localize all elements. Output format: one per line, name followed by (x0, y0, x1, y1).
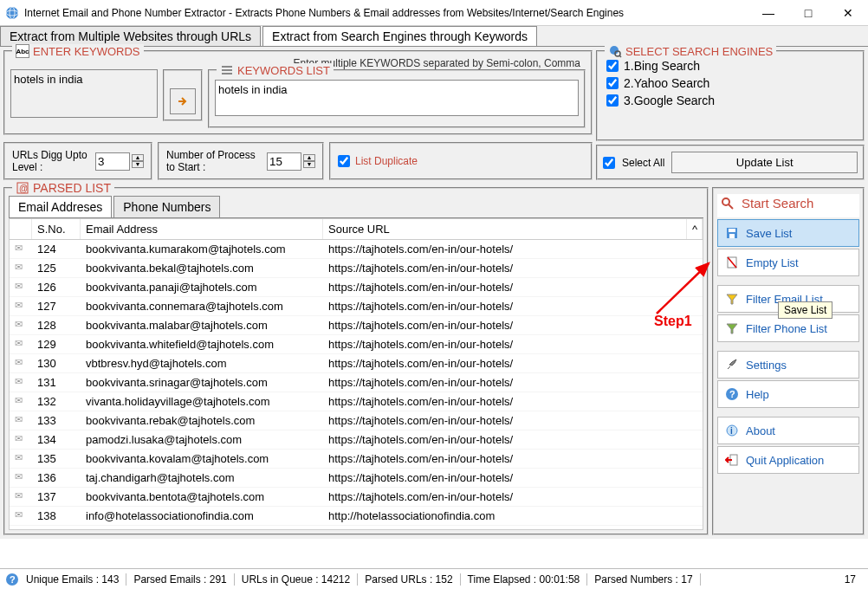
col-sno[interactable]: S.No. (32, 219, 81, 239)
engine-bing-checkbox[interactable] (606, 60, 619, 72)
cell-email: bookvivanta.bentota@tajhotels.com (81, 488, 323, 506)
table-row[interactable]: ✉124bookvivanta.kumarakom@tajhotels.comh… (10, 240, 703, 259)
svg-line-23 (657, 263, 709, 314)
scroll-up[interactable]: ^ (687, 219, 703, 239)
keywords-fieldset: Abc ENTER KEYWORDS Enter multiple KEYWOR… (3, 50, 593, 135)
cell-sno: 129 (32, 335, 81, 353)
mail-icon: ✉ (10, 450, 32, 468)
list-duplicate-checkbox[interactable] (338, 155, 350, 167)
col-source[interactable]: Source URL (323, 219, 687, 239)
digg-up[interactable]: ▲ (132, 154, 144, 161)
update-list-button[interactable]: Update List (671, 152, 858, 173)
svg-point-0 (6, 7, 18, 19)
table-row[interactable]: ✉137bookvivanta.bentota@tajhotels.comhtt… (10, 488, 703, 507)
process-count-field: Number of Process to Start : ▲▼ (158, 142, 324, 180)
cell-email: bookvivanta.kumarakom@tajhotels.com (81, 240, 323, 258)
mail-icon: ✉ (10, 469, 32, 487)
actions-panel: Start Search Save List Empty List Filter… (712, 187, 865, 535)
svg-line-12 (729, 204, 733, 209)
table-row[interactable]: ✉133bookvivanta.rebak@tajhotels.comhttps… (10, 411, 703, 430)
table-row[interactable]: ✉136taj.chandigarh@tajhotels.comhttps://… (10, 469, 703, 488)
tab-urls[interactable]: Extract from Multiple Websites through U… (0, 26, 261, 46)
status-parsed-urls: Parsed URLs : 152 (358, 573, 460, 586)
table-row[interactable]: ✉125bookvivanta.bekal@tajhotels.comhttps… (10, 259, 703, 278)
digg-level-input[interactable] (95, 152, 130, 171)
cell-sno: 125 (32, 259, 81, 277)
cell-email: bookvivanta.rebak@tajhotels.com (81, 411, 323, 430)
status-right: 17 (838, 573, 863, 586)
cell-email: bookvivanta.srinagar@tajhotels.com (81, 373, 323, 392)
tab-keywords[interactable]: Extract from Search Engines through Keyw… (262, 26, 537, 46)
keywords-list[interactable]: hotels in india (215, 80, 579, 116)
table-row[interactable]: ✉128bookvivanta.malabar@tajhotels.comhtt… (10, 316, 703, 335)
table-row[interactable]: ✉130vbtbresv.hyd@tajhotels.comhttps://ta… (10, 354, 703, 373)
tab-phone-numbers[interactable]: Phone Numbers (113, 196, 220, 217)
quit-button[interactable]: Quit Application (717, 446, 859, 474)
status-parsed-numbers: Parsed Numbers : 17 (587, 573, 700, 586)
cell-sno: 128 (32, 316, 81, 334)
mail-icon: ✉ (10, 297, 32, 315)
col-email[interactable]: Email Address (81, 219, 323, 239)
save-list-button[interactable]: Save List (717, 219, 859, 247)
list-icon (220, 63, 234, 77)
table-row[interactable]: ✉126bookvivanta.panaji@tajhotels.comhttp… (10, 278, 703, 297)
process-count-input[interactable] (267, 152, 301, 171)
cell-sno: 132 (32, 392, 81, 411)
settings-button[interactable]: Settings (717, 351, 859, 379)
filter-email-icon (725, 292, 739, 306)
table-row[interactable]: ✉135bookvivanta.kovalam@tajhotels.comhtt… (10, 450, 703, 469)
cell-email: pamodzi.lusaka@tajhotels.com (81, 430, 323, 449)
cell-sno: 135 (32, 450, 81, 468)
table-row[interactable]: ✉129bookvivanta.whitefield@tajhotels.com… (10, 335, 703, 354)
svg-text:?: ? (10, 574, 16, 585)
svg-rect-4 (222, 69, 232, 71)
start-search-button[interactable]: Start Search (717, 194, 859, 217)
cell-source: https://tajhotels.com/en-in/our-hotels/ (323, 373, 703, 392)
close-button[interactable]: ✕ (828, 0, 868, 25)
table-row[interactable]: ✉127bookvivanta.connemara@tajhotels.comh… (10, 297, 703, 316)
filter-phone-icon (725, 321, 739, 335)
add-keyword-button[interactable] (170, 88, 196, 114)
status-help-icon[interactable]: ? (5, 573, 19, 586)
cell-email: bookvivanta.panaji@tajhotels.com (81, 278, 323, 296)
svg-text:?: ? (729, 389, 735, 399)
table-row[interactable]: ✉134pamodzi.lusaka@tajhotels.comhttps://… (10, 430, 703, 450)
table-row[interactable]: ✉138info@hotelassociationofindia.comhttp… (10, 507, 703, 526)
minimize-button[interactable]: — (748, 0, 788, 25)
parsed-list-panel: @ PARSED LIST Email Addreses Phone Numbe… (3, 187, 709, 535)
digg-down[interactable]: ▼ (132, 161, 144, 168)
window-title: Internet Email and Phone Number Extracto… (24, 7, 748, 19)
about-button[interactable]: i About (717, 417, 859, 444)
empty-list-button[interactable]: Empty List (717, 249, 859, 276)
cell-source: https://tajhotels.com/en-in/our-hotels/ (323, 488, 703, 506)
engine-google-checkbox[interactable] (606, 94, 619, 107)
keywords-header: ENTER KEYWORDS (33, 45, 140, 58)
table-body[interactable]: ✉124bookvivanta.kumarakom@tajhotels.comh… (10, 240, 703, 528)
tab-email-addresses[interactable]: Email Addreses (9, 196, 112, 217)
svg-rect-14 (729, 229, 735, 232)
keywords-list-fieldset: KEYWORDS LIST hotels in india (208, 69, 586, 128)
table-row[interactable]: ✉131bookvivanta.srinagar@tajhotels.comht… (10, 373, 703, 392)
titlebar: Internet Email and Phone Number Extracto… (0, 0, 868, 26)
status-time: Time Elapsed : 00:01:58 (461, 573, 588, 586)
cell-source: https://tajhotels.com/en-in/our-hotels/ (323, 354, 703, 372)
proc-up[interactable]: ▲ (303, 154, 315, 161)
cell-sno: 137 (32, 488, 81, 506)
cell-email: bookvivanta.bekal@tajhotels.com (81, 259, 323, 277)
help-button[interactable]: ? Help (717, 380, 859, 408)
maximize-button[interactable]: □ (788, 0, 828, 25)
proc-down[interactable]: ▼ (303, 161, 315, 168)
svg-line-8 (619, 55, 621, 57)
engine-yahoo-checkbox[interactable] (606, 77, 619, 89)
abc-icon: Abc (16, 44, 29, 58)
table-row[interactable]: ✉132vivanta.holidayvillage@tajhotels.com… (10, 392, 703, 411)
help-icon: ? (725, 387, 739, 401)
app-icon (5, 6, 19, 20)
cell-email: bookvivanta.kovalam@tajhotels.com (81, 450, 323, 468)
cell-sno: 136 (32, 469, 81, 487)
save-list-tooltip: Save List (778, 301, 832, 319)
cell-email: bookvivanta.whitefield@tajhotels.com (81, 335, 323, 353)
select-all-checkbox[interactable] (603, 157, 615, 169)
keyword-input[interactable]: hotels in india (10, 69, 158, 118)
cell-source: https://tajhotels.com/en-in/our-hotels/ (323, 392, 703, 411)
